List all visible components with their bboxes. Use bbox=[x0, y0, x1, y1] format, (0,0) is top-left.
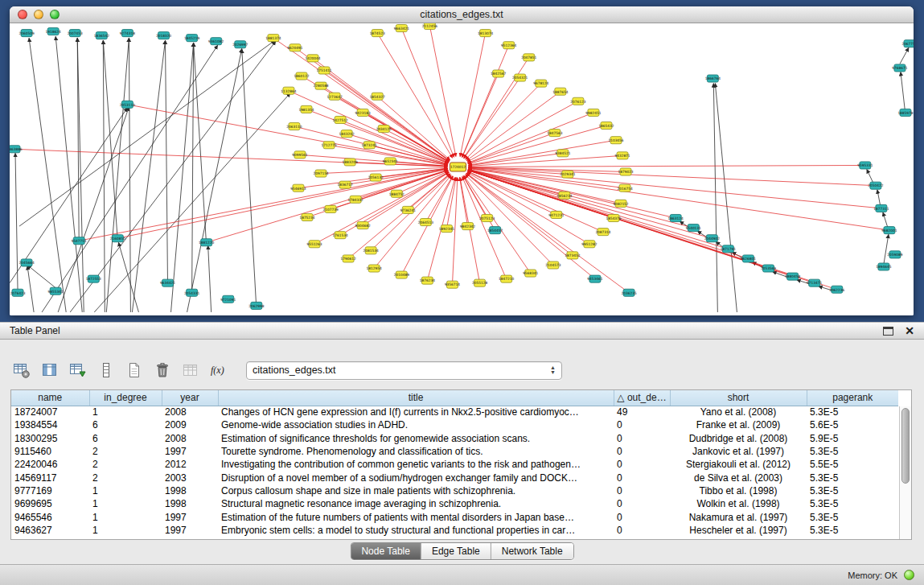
cell-title: Changes of HCN gene expression and I(f) … bbox=[218, 406, 614, 418]
column-header-short[interactable]: short bbox=[670, 390, 807, 406]
show-columns-button[interactable] bbox=[39, 360, 60, 380]
table-row[interactable]: 1830029562008Estimation of significance … bbox=[11, 432, 898, 445]
graph-node-label: 9546913 bbox=[290, 186, 306, 190]
table-row[interactable]: 1938455462009Genome-wide association stu… bbox=[11, 418, 898, 431]
graph-node-label: 1877311 bbox=[873, 207, 889, 211]
graph-node-label: 1761534 bbox=[333, 233, 348, 237]
graph-node-label: 1863124 bbox=[668, 216, 684, 220]
close-window-button[interactable] bbox=[18, 10, 27, 19]
cell-year: 2008 bbox=[162, 406, 218, 418]
graph-node-label: 1981354 bbox=[298, 108, 314, 112]
new-table-button[interactable] bbox=[124, 360, 145, 380]
graph-node-label: 1845219 bbox=[184, 36, 199, 40]
table-panel-title: Table Panel bbox=[10, 325, 60, 336]
graph-node-label: 9682001 bbox=[881, 229, 897, 233]
cell-short: Wolkin et al. (1998) bbox=[670, 497, 807, 510]
column-header-title[interactable]: title bbox=[218, 390, 614, 406]
graph-node-label: 9453461 bbox=[587, 277, 602, 281]
cell-pagerank: 5.3E-5 bbox=[807, 510, 898, 523]
dropdown-stepper-icon: ▲▼ bbox=[550, 365, 556, 375]
table-row[interactable]: 911546021997Tourette syndrome. Phenomeno… bbox=[11, 445, 898, 458]
table-row[interactable]: 977716911998Corpus callosum shape and si… bbox=[11, 484, 898, 497]
cell-name: 14569117 bbox=[11, 471, 89, 484]
graph-node-label: 2047851 bbox=[521, 56, 536, 60]
cell-pagerank: 5.3E-5 bbox=[807, 497, 898, 510]
table-row[interactable]: 2242004622012Investigating the contribut… bbox=[11, 458, 898, 471]
graph-hub-label: 1724012 bbox=[450, 165, 466, 169]
cell-title: Estimation of the future numbers of pati… bbox=[218, 510, 614, 523]
cell-short: Tibbo et al. (1998) bbox=[670, 484, 807, 497]
graph-node-label: 2016754 bbox=[617, 186, 632, 190]
graph-node-label: 9721091 bbox=[220, 298, 236, 302]
graph-node-label: 1865432 bbox=[598, 124, 614, 128]
tab-edge-table[interactable]: Edge Table bbox=[421, 543, 491, 559]
table-row[interactable]: 946554611997Estimation of the future num… bbox=[11, 510, 898, 523]
cell-in_degree: 1 bbox=[89, 497, 162, 510]
graph-node-label: 9540131 bbox=[686, 226, 701, 230]
import-table-button[interactable] bbox=[180, 360, 201, 380]
table-row[interactable]: 1872400712008Changes of HCN gene express… bbox=[11, 406, 898, 418]
graph-node-label: 1885978 bbox=[897, 111, 913, 115]
network-window-titlebar[interactable]: citations_edges.txt bbox=[10, 6, 914, 23]
table-toolbar: f(x) citations_edges.txt ▲▼ bbox=[11, 359, 562, 381]
column-settings-button[interactable] bbox=[11, 360, 32, 380]
graph-node-label: 2053569 bbox=[761, 266, 776, 270]
graph-node-label: 9652341 bbox=[383, 159, 398, 163]
cell-in_degree: 2 bbox=[89, 445, 162, 458]
graph-node-label: 2067756 bbox=[901, 42, 914, 46]
graph-node-label: 1836717 bbox=[338, 183, 353, 187]
import-table-icon bbox=[181, 361, 200, 379]
fx-icon: f(x) bbox=[208, 361, 229, 379]
table-body: 1872400712008Changes of HCN gene express… bbox=[11, 406, 898, 537]
column-header-in_degree[interactable]: in_degree bbox=[89, 390, 162, 406]
column-header-out_degree[interactable]: △ out_de… bbox=[614, 390, 670, 406]
network-graph[interactable]: 1881374962049114200441751411186012222805… bbox=[10, 23, 914, 315]
graph-node-label: 1843202 bbox=[339, 132, 355, 136]
table-row[interactable]: 969969511998Structural magnetic resonanc… bbox=[11, 497, 898, 510]
cell-short: Franke et al. (2009) bbox=[670, 418, 807, 431]
graph-node-label: 9471231 bbox=[548, 213, 564, 217]
column-header-year[interactable]: year bbox=[162, 390, 218, 406]
graph-node-label: 1884752 bbox=[389, 192, 405, 196]
minimize-window-button[interactable] bbox=[34, 10, 43, 19]
cell-title: Disruption of a novel member of a sodium… bbox=[218, 471, 614, 484]
graph-node-label: 2045664 bbox=[18, 261, 34, 265]
rows-icon bbox=[97, 361, 116, 379]
cell-pagerank: 5.5E-5 bbox=[807, 458, 898, 471]
cell-short: Hescheler et al. (1997) bbox=[670, 524, 807, 537]
cell-out_degree: 0 bbox=[614, 445, 670, 458]
edit-columns-button[interactable] bbox=[68, 360, 88, 380]
tab-network-table[interactable]: Network Table bbox=[491, 543, 573, 559]
cell-out_degree: 0 bbox=[614, 524, 670, 537]
cell-name: 18724007 bbox=[11, 406, 89, 418]
graph-node-label: 1854376 bbox=[606, 216, 621, 220]
column-header-pagerank[interactable]: pagerank bbox=[807, 390, 898, 406]
cell-short: Yano et al. (2008) bbox=[670, 406, 807, 418]
graph-node-label: 1273647 bbox=[326, 95, 342, 99]
scrollbar-thumb[interactable] bbox=[901, 408, 910, 484]
float-panel-icon[interactable] bbox=[883, 327, 893, 336]
cell-title: Investigating the contribution of common… bbox=[218, 458, 614, 471]
cell-year: 1998 bbox=[162, 484, 218, 497]
delete-table-button[interactable] bbox=[152, 360, 173, 380]
graph-node-label: 1881374 bbox=[265, 36, 281, 40]
graph-node-label: 2064513 bbox=[418, 220, 433, 225]
table-gear-icon bbox=[12, 361, 31, 379]
column-header-name[interactable]: name bbox=[11, 390, 89, 406]
table-source-dropdown[interactable]: citations_edges.txt ▲▼ bbox=[246, 361, 562, 380]
close-panel-icon[interactable]: ✕ bbox=[905, 325, 914, 336]
row-options-button[interactable] bbox=[96, 360, 117, 380]
node-table: namein_degreeyeartitle△ out_de…shortpage… bbox=[11, 390, 898, 537]
tab-node-table[interactable]: Node Table bbox=[351, 543, 421, 559]
function-builder-button[interactable]: f(x) bbox=[208, 360, 229, 380]
table-row[interactable]: 946362711997Embryonic stem cells: a mode… bbox=[11, 524, 898, 537]
zoom-window-button[interactable] bbox=[50, 10, 60, 19]
network-canvas[interactable]: 1881374962049114200441751411186012222805… bbox=[10, 23, 914, 315]
cell-year: 2008 bbox=[162, 432, 218, 445]
graph-node-label: 9842342 bbox=[460, 225, 475, 229]
table-scrollbar[interactable] bbox=[899, 406, 911, 539]
cell-out_degree: 0 bbox=[614, 432, 670, 445]
table-row[interactable]: 1456911722003Disruption of a novel membe… bbox=[11, 471, 898, 484]
graph-node-label: 2076123 bbox=[570, 100, 585, 104]
cell-title: Estimation of significance thresholds fo… bbox=[218, 432, 614, 445]
